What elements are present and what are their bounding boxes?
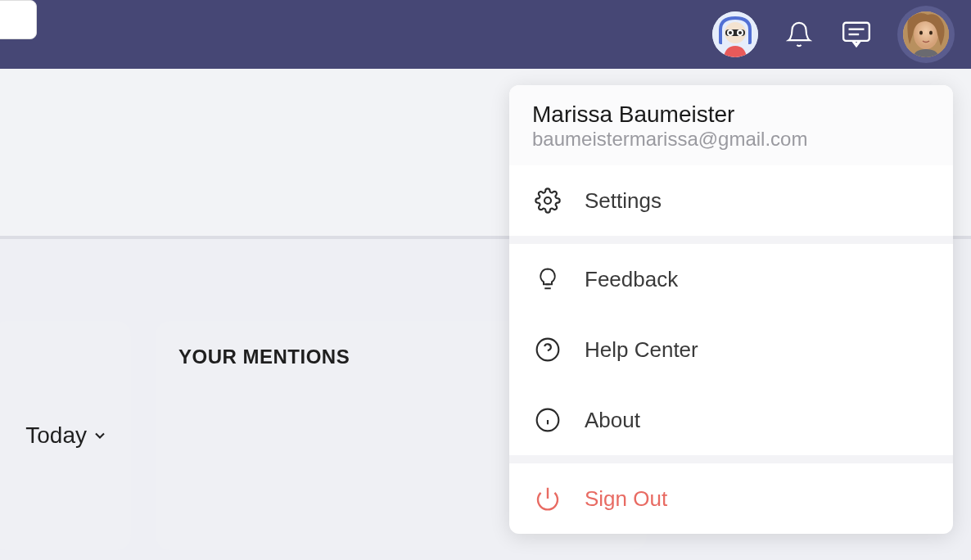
chevron-down-icon bbox=[92, 427, 108, 444]
menu-item-label: Help Center bbox=[585, 337, 698, 363]
menu-divider bbox=[509, 236, 953, 244]
nav-tab[interactable] bbox=[0, 0, 37, 39]
svg-point-14 bbox=[544, 197, 551, 204]
gear-icon bbox=[534, 187, 562, 215]
menu-item-label: Settings bbox=[585, 188, 662, 214]
profile-avatar-icon bbox=[903, 11, 949, 57]
menu-item-settings[interactable]: Settings bbox=[509, 165, 953, 236]
today-dropdown[interactable]: Today bbox=[25, 345, 108, 526]
power-icon bbox=[534, 485, 562, 513]
profile-menu-list: Settings Feedback Help Center bbox=[509, 165, 953, 534]
svg-point-15 bbox=[537, 339, 559, 361]
messages-button[interactable] bbox=[840, 18, 873, 51]
today-label-text: Today bbox=[25, 422, 87, 449]
profile-dropdown: Marissa Baumeister baumeistermarissa@gma… bbox=[509, 85, 953, 534]
bell-icon bbox=[785, 20, 813, 48]
menu-item-label: Feedback bbox=[585, 267, 678, 292]
menu-item-help[interactable]: Help Center bbox=[509, 314, 953, 385]
profile-header: Marissa Baumeister baumeistermarissa@gma… bbox=[509, 85, 953, 165]
menu-divider bbox=[509, 455, 953, 463]
today-card: Today bbox=[0, 321, 131, 550]
menu-item-label: Sign Out bbox=[585, 486, 667, 512]
assistant-avatar[interactable] bbox=[712, 11, 758, 57]
notifications-button[interactable] bbox=[783, 18, 815, 51]
info-icon bbox=[534, 406, 562, 434]
top-bar bbox=[0, 0, 971, 69]
profile-avatar-button[interactable] bbox=[897, 6, 955, 63]
svg-point-5 bbox=[729, 31, 732, 34]
lightbulb-icon bbox=[534, 265, 562, 293]
svg-point-13 bbox=[929, 31, 933, 35]
chat-icon bbox=[841, 19, 872, 50]
assistant-avatar-icon bbox=[712, 11, 758, 57]
help-icon bbox=[534, 336, 562, 364]
profile-name: Marissa Baumeister bbox=[532, 102, 930, 128]
svg-rect-7 bbox=[843, 23, 869, 41]
menu-item-feedback[interactable]: Feedback bbox=[509, 244, 953, 314]
profile-email: baumeistermarissa@gmail.com bbox=[532, 128, 930, 151]
svg-point-12 bbox=[919, 31, 923, 35]
menu-item-signout[interactable]: Sign Out bbox=[509, 463, 953, 534]
menu-item-label: About bbox=[585, 408, 640, 433]
menu-item-about[interactable]: About bbox=[509, 385, 953, 455]
topbar-actions bbox=[712, 6, 955, 63]
svg-point-6 bbox=[738, 31, 742, 34]
